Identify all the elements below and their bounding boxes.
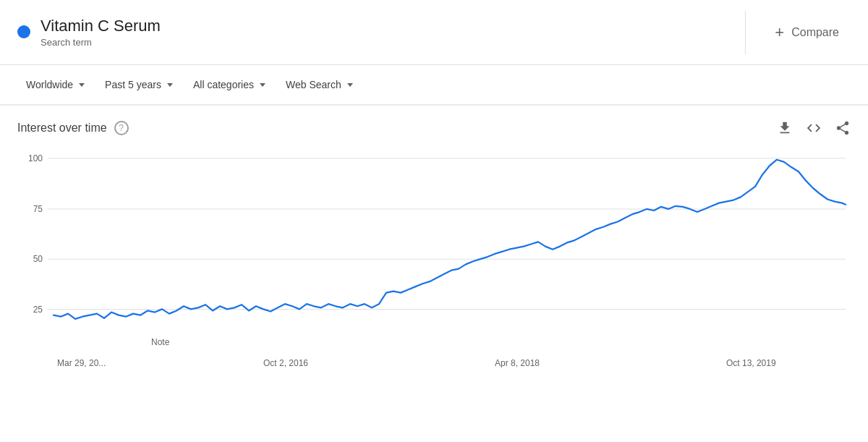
search-term-area: Vitamin C Serum Search term bbox=[17, 17, 728, 48]
category-filter[interactable]: All categories bbox=[184, 75, 274, 95]
svg-text:100: 100 bbox=[28, 153, 43, 163]
embed-button[interactable] bbox=[806, 120, 822, 136]
location-label: Worldwide bbox=[26, 79, 73, 90]
search-term-dot bbox=[17, 25, 30, 38]
search-type-filter[interactable]: Web Search bbox=[277, 75, 362, 95]
share-button[interactable] bbox=[835, 120, 851, 136]
chart-container: 100 75 50 25 Mar 29, 20... Oct 2, 2016 A… bbox=[17, 143, 851, 367]
svg-text:Apr 8, 2018: Apr 8, 2018 bbox=[495, 358, 540, 367]
page-header: Vitamin C Serum Search term + Compare bbox=[0, 0, 868, 65]
chart-actions bbox=[777, 120, 851, 136]
search-type-label: Web Search bbox=[286, 79, 341, 90]
svg-text:Oct 13, 2019: Oct 13, 2019 bbox=[726, 358, 776, 367]
help-icon[interactable]: ? bbox=[114, 121, 129, 135]
compare-button[interactable]: + Compare bbox=[763, 17, 851, 48]
plus-icon: + bbox=[775, 23, 784, 42]
header-divider bbox=[745, 11, 746, 54]
category-chevron-icon bbox=[260, 83, 265, 87]
download-button[interactable] bbox=[777, 120, 793, 136]
compare-label: Compare bbox=[791, 26, 839, 39]
search-term-sub: Search term bbox=[41, 37, 161, 48]
svg-text:75: 75 bbox=[33, 204, 43, 214]
trend-chart: 100 75 50 25 Mar 29, 20... Oct 2, 2016 A… bbox=[17, 143, 851, 367]
search-term-text: Vitamin C Serum Search term bbox=[41, 17, 161, 48]
search-type-chevron-icon bbox=[347, 83, 353, 87]
location-filter[interactable]: Worldwide bbox=[17, 75, 93, 95]
note-label: Note bbox=[151, 337, 169, 347]
svg-text:25: 25 bbox=[33, 304, 43, 314]
timeframe-chevron-icon bbox=[167, 83, 173, 87]
chart-title: Interest over time bbox=[17, 122, 107, 135]
chart-header: Interest over time ? bbox=[17, 120, 851, 136]
timeframe-filter[interactable]: Past 5 years bbox=[96, 75, 182, 95]
chart-section: Interest over time ? bbox=[0, 106, 868, 375]
svg-text:50: 50 bbox=[33, 254, 43, 264]
chart-title-area: Interest over time ? bbox=[17, 121, 129, 135]
category-label: All categories bbox=[193, 79, 254, 90]
svg-text:Mar 29, 20...: Mar 29, 20... bbox=[57, 358, 106, 367]
search-term-title: Vitamin C Serum bbox=[41, 17, 161, 35]
timeframe-label: Past 5 years bbox=[105, 79, 161, 90]
svg-text:Oct 2, 2016: Oct 2, 2016 bbox=[263, 358, 308, 367]
filters-bar: Worldwide Past 5 years All categories We… bbox=[0, 65, 868, 106]
location-chevron-icon bbox=[79, 83, 85, 87]
